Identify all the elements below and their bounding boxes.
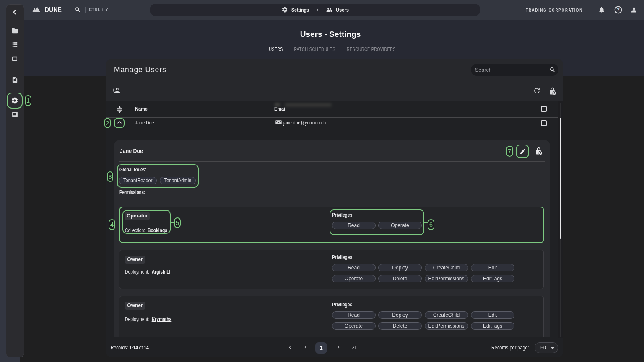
svg-text:?: ?	[617, 7, 620, 12]
